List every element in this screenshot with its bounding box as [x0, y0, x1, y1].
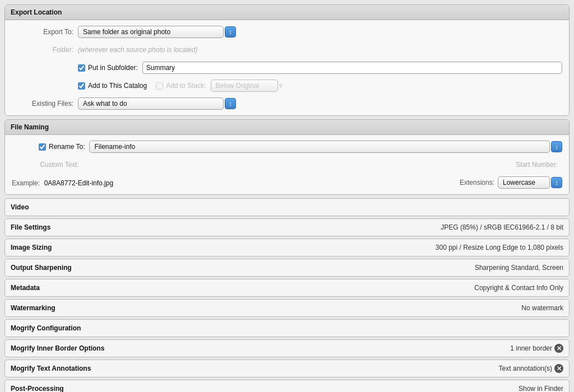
folder-info-text: (wherever each source photo is located): [78, 46, 197, 54]
collapsed-section-5[interactable]: WatermarkingNo watermark: [4, 299, 570, 317]
collapsed-section-right-9: Show in Finder: [519, 385, 563, 392]
example-row: Example: 0A8A8772-Edit-info.jpg Extensio…: [12, 175, 562, 190]
stack-dropdown-arrow: ▿: [279, 82, 283, 90]
export-to-dropdown-arrow[interactable]: ↕: [225, 26, 236, 38]
collapsed-section-value-2: 300 ppi / Resize Long Edge to 1,080 pixe…: [436, 244, 563, 251]
collapsed-section-3[interactable]: Output SharpeningSharpening Standard, Sc…: [4, 259, 570, 277]
existing-files-select-group: Ask what to do ↕: [78, 97, 236, 110]
main-container: Export Location Export To: Same folder a…: [0, 0, 574, 392]
collapsed-section-title-5: Watermarking: [11, 304, 55, 312]
rename-to-dropdown-arrow[interactable]: ↕: [551, 141, 562, 152]
collapsed-section-value-8: Text annotation(s): [499, 365, 552, 372]
existing-files-row: Existing Files: Ask what to do ↕: [12, 96, 562, 111]
collapsed-section-value-3: Sharpening Standard, Screen: [475, 264, 563, 272]
collapsed-section-value-5: No watermark: [521, 304, 563, 312]
existing-files-label: Existing Files:: [12, 100, 73, 108]
file-naming-title: File Naming: [11, 123, 49, 131]
folder-label: Folder:: [12, 46, 73, 54]
add-stack-label-text: Add to Stack:: [166, 82, 206, 90]
extensions-dropdown-arrow[interactable]: ↕: [551, 177, 562, 188]
collapsed-section-badge-8[interactable]: ✕: [554, 364, 563, 373]
rename-to-label-text: Rename To:: [49, 143, 85, 151]
rename-to-select[interactable]: Filename-info: [89, 141, 550, 153]
collapsed-section-right-2: 300 ppi / Resize Long Edge to 1,080 pixe…: [436, 244, 563, 251]
start-number-label: Start Number:: [516, 161, 558, 169]
subfolder-label-text: Put in Subfolder:: [88, 64, 138, 72]
export-location-header: Export Location: [5, 5, 569, 20]
collapsed-section-right-5: No watermark: [521, 304, 563, 312]
collapsed-section-9[interactable]: Post-ProcessingShow in Finder: [4, 380, 570, 392]
collapsed-section-title-9: Post-Processing: [11, 385, 64, 392]
collapsed-section-1[interactable]: File SettingsJPEG (85%) / sRGB IEC61966-…: [4, 218, 570, 236]
extensions-label: Extensions:: [460, 179, 494, 186]
collapsed-section-right-8: Text annotation(s)✕: [499, 364, 563, 373]
extensions-select-group: Lowercase Uppercase ↕: [498, 176, 562, 189]
export-to-select[interactable]: Same folder as original photo: [78, 26, 224, 38]
custom-text-row: Custom Text: Start Number:: [12, 157, 562, 172]
add-catalog-checkbox[interactable]: [78, 82, 85, 90]
export-to-label: Export To:: [12, 28, 73, 36]
collapsed-section-value-1: JPEG (85%) / sRGB IEC61966-2.1 / 8 bit: [441, 223, 563, 231]
existing-files-dropdown-arrow[interactable]: ↕: [225, 98, 236, 109]
add-stack-select-group: Below Original ▿: [211, 80, 283, 92]
folder-row: Folder: (wherever each source photo is l…: [12, 43, 562, 57]
rename-to-row: Rename To: Filename-info ↕: [12, 139, 562, 154]
collapsed-sections-container: VideoFile SettingsJPEG (85%) / sRGB IEC6…: [4, 198, 570, 392]
rename-checkbox[interactable]: [39, 143, 46, 151]
example-label: Example:: [12, 179, 40, 187]
export-to-select-group: Same folder as original photo ↕: [78, 26, 236, 38]
export-to-row: Export To: Same folder as original photo…: [12, 25, 562, 39]
collapsed-section-right-7: 1 inner border✕: [510, 344, 563, 353]
collapsed-section-right-1: JPEG (85%) / sRGB IEC61966-2.1 / 8 bit: [441, 223, 563, 231]
example-group: Example: 0A8A8772-Edit-info.jpg: [12, 179, 113, 187]
subfolder-row: Put in Subfolder:: [12, 60, 562, 75]
add-stack-checkbox-label: Add to Stack:: [156, 82, 206, 90]
rename-checkbox-label[interactable]: Rename To:: [39, 143, 85, 151]
collapsed-section-title-1: File Settings: [11, 223, 50, 231]
collapsed-section-value-9: Show in Finder: [519, 385, 563, 392]
subfolder-checkbox[interactable]: [78, 64, 85, 72]
collapsed-section-0[interactable]: Video: [4, 198, 570, 216]
add-stack-select[interactable]: Below Original: [211, 80, 278, 92]
collapsed-section-value-7: 1 inner border: [510, 344, 552, 352]
extensions-select[interactable]: Lowercase Uppercase: [498, 176, 550, 189]
existing-files-select[interactable]: Ask what to do: [78, 97, 224, 110]
subfolder-checkbox-label[interactable]: Put in Subfolder:: [78, 64, 138, 72]
collapsed-section-badge-7[interactable]: ✕: [554, 344, 563, 353]
collapsed-section-8[interactable]: Mogrify Text AnnotationsText annotation(…: [4, 360, 570, 377]
custom-text-label: Custom Text:: [12, 161, 79, 169]
add-catalog-label-text: Add to This Catalog: [88, 82, 147, 90]
collapsed-section-value-4: Copyright & Contact Info Only: [474, 284, 563, 292]
collapsed-section-right-4: Copyright & Contact Info Only: [474, 284, 563, 292]
collapsed-section-title-4: Metadata: [11, 284, 40, 292]
export-location-body: Export To: Same folder as original photo…: [5, 20, 569, 115]
file-naming-header: File Naming: [5, 120, 569, 135]
file-naming-body: Rename To: Filename-info ↕ Custom Text: …: [5, 135, 569, 194]
collapsed-section-title-0: Video: [11, 203, 29, 211]
collapsed-section-title-6: Mogrify Configuration: [11, 324, 81, 332]
collapsed-section-title-8: Mogrify Text Annotations: [11, 365, 91, 372]
collapsed-section-title-3: Output Sharpening: [11, 264, 72, 272]
collapsed-section-7[interactable]: Mogrify Inner Border Options1 inner bord…: [4, 339, 570, 357]
collapsed-section-4[interactable]: MetadataCopyright & Contact Info Only: [4, 279, 570, 297]
extensions-group: Extensions: Lowercase Uppercase ↕: [460, 176, 562, 189]
collapsed-section-2[interactable]: Image Sizing300 ppi / Resize Long Edge t…: [4, 239, 570, 256]
file-naming-panel: File Naming Rename To: Filename-info ↕: [4, 119, 570, 195]
export-location-title: Export Location: [11, 8, 62, 16]
export-location-panel: Export Location Export To: Same folder a…: [4, 4, 570, 116]
rename-to-select-group: Filename-info ↕: [89, 141, 562, 153]
collapsed-section-6[interactable]: Mogrify Configuration: [4, 319, 570, 337]
add-catalog-checkbox-label[interactable]: Add to This Catalog: [78, 82, 147, 90]
add-catalog-row: Add to This Catalog Add to Stack: Below …: [12, 78, 562, 93]
collapsed-section-right-3: Sharpening Standard, Screen: [475, 264, 563, 272]
add-stack-checkbox[interactable]: [156, 82, 163, 90]
collapsed-section-title-7: Mogrify Inner Border Options: [11, 344, 104, 352]
example-value: 0A8A8772-Edit-info.jpg: [44, 179, 113, 187]
subfolder-input[interactable]: [142, 62, 562, 74]
collapsed-section-title-2: Image Sizing: [11, 244, 52, 251]
